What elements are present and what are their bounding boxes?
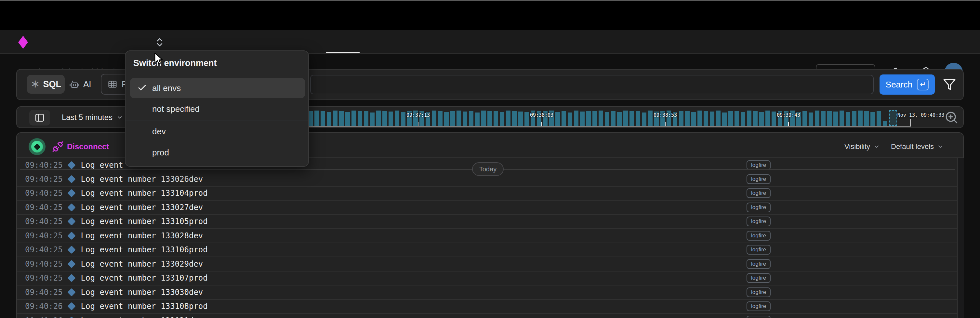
histogram-bar bbox=[457, 111, 461, 126]
active-tab-underline bbox=[326, 52, 360, 53]
histogram-bar bbox=[444, 112, 449, 126]
log-message: Log event number 133108prod bbox=[81, 302, 208, 311]
histogram-bar bbox=[568, 113, 572, 126]
log-timestamp: 09:40:25 bbox=[25, 217, 63, 226]
time-tick-label: 09:38:53 bbox=[639, 112, 691, 118]
time-range-selector[interactable]: Last 5 minutes bbox=[62, 107, 123, 127]
histogram-bar bbox=[481, 111, 486, 126]
scope-badge: logfire bbox=[746, 188, 771, 198]
log-level-diamond-icon bbox=[67, 245, 75, 254]
histogram-bar bbox=[376, 111, 381, 126]
log-timestamp: 09:40:25 bbox=[25, 245, 63, 254]
sidebar-toggle-button[interactable] bbox=[29, 110, 50, 126]
env-option-all-envs[interactable]: all envs bbox=[130, 78, 305, 98]
ai-label: AI bbox=[83, 80, 91, 89]
log-row[interactable]: 09:40:25Log event number 133105prodlogfi… bbox=[17, 215, 957, 229]
logfire-logo-icon bbox=[18, 36, 28, 49]
search-label: Search bbox=[886, 80, 912, 90]
histogram-bar bbox=[314, 111, 319, 126]
log-level-diamond-icon bbox=[67, 288, 75, 296]
env-option-dev[interactable]: dev bbox=[130, 121, 305, 142]
histogram-bar bbox=[382, 111, 387, 126]
sql-mode-button[interactable]: ∗ SQL bbox=[27, 75, 65, 94]
histogram-bar bbox=[858, 111, 862, 126]
histogram-bar bbox=[308, 111, 313, 126]
log-timestamp: 09:40:25 bbox=[25, 273, 63, 283]
log-row[interactable]: 09:40:26Log event number 133108prodlogfi… bbox=[17, 299, 957, 314]
enter-key-icon: ↵ bbox=[917, 79, 929, 91]
time-tick-label: 09:37:13 bbox=[392, 112, 444, 118]
log-message: Log event number 133027dev bbox=[81, 203, 203, 212]
histogram-bar bbox=[358, 111, 362, 126]
log-row[interactable]: 09:40:25Log event number 133029devlogfir… bbox=[17, 257, 957, 272]
log-message: Log event bbox=[81, 161, 123, 170]
log-level-diamond-icon bbox=[67, 274, 75, 282]
env-option-prod[interactable]: prod bbox=[130, 142, 305, 162]
log-level-diamond-icon bbox=[67, 175, 75, 183]
search-query-input[interactable] bbox=[310, 75, 874, 94]
log-row[interactable]: 09:40:25Log event number 133104prodlogfi… bbox=[17, 186, 957, 200]
log-scrollbar[interactable] bbox=[957, 158, 964, 318]
ai-mode-button[interactable]: AI bbox=[69, 75, 91, 94]
log-timestamp: 09:40:25 bbox=[25, 231, 63, 240]
panel-left-icon bbox=[35, 113, 45, 123]
logfire-app: e-hosseini / hhh / all envs Live Dashboa… bbox=[0, 0, 980, 318]
histogram-bar bbox=[580, 111, 585, 126]
log-timestamp: 09:40:25 bbox=[25, 288, 63, 297]
log-message: Log event number 133028dev bbox=[81, 231, 203, 240]
log-level-diamond-icon bbox=[67, 302, 75, 310]
time-tick-label: 09:39:43 bbox=[762, 112, 815, 118]
scope-badge: logfire bbox=[746, 245, 771, 254]
log-timestamp: 09:40:26 bbox=[25, 316, 63, 318]
log-row[interactable]: 09:40:25Log event number 133107prodlogfi… bbox=[17, 271, 957, 286]
log-row[interactable]: 09:40:25Log event number 133030devlogfir… bbox=[17, 286, 957, 300]
log-row[interactable]: 09:40:25Log event number 133027devlogfir… bbox=[17, 200, 957, 215]
zoom-in-icon[interactable] bbox=[944, 110, 959, 124]
mouse-cursor bbox=[152, 52, 165, 66]
histogram-bar bbox=[611, 111, 616, 126]
dropdown-title: Switch environment bbox=[133, 58, 217, 68]
filter-funnel-icon[interactable] bbox=[943, 78, 956, 91]
log-message: Log event number 133029dev bbox=[81, 259, 203, 269]
histogram-bar bbox=[586, 111, 591, 126]
histogram-bar bbox=[463, 111, 467, 126]
histogram-bar bbox=[753, 111, 757, 126]
log-row[interactable]: 09:40:26Log event number 133031devlogfir… bbox=[17, 314, 957, 318]
log-timestamp: 09:40:25 bbox=[25, 175, 63, 184]
histogram-bar bbox=[321, 111, 325, 126]
time-tick bbox=[541, 122, 542, 126]
log-row[interactable]: 09:40:25Log event number 133106prodlogfi… bbox=[17, 243, 957, 257]
chevron-down-icon bbox=[116, 114, 123, 121]
log-level-diamond-icon bbox=[67, 161, 75, 169]
scope-badge: logfire bbox=[746, 216, 771, 226]
search-button[interactable]: Search ↵ bbox=[880, 75, 935, 95]
log-message: Log event number 133031dev bbox=[81, 316, 203, 318]
histogram-bar bbox=[623, 111, 628, 126]
updown-chevron-icon[interactable] bbox=[156, 37, 163, 47]
env-option-label: all envs bbox=[152, 83, 181, 93]
env-option-label: not specified bbox=[152, 104, 200, 114]
log-timestamp: 09:40:25 bbox=[25, 259, 63, 269]
histogram-bar bbox=[840, 111, 844, 126]
log-message: Log event number 133104prod bbox=[81, 189, 208, 198]
scope-badge: logfire bbox=[746, 203, 771, 212]
histogram-bar bbox=[352, 111, 356, 126]
log-level-diamond-icon bbox=[67, 203, 75, 211]
log-timestamp: 09:40:25 bbox=[25, 203, 63, 212]
log-row[interactable]: 09:40:25Log event number 133028devlogfir… bbox=[17, 229, 957, 243]
time-tick bbox=[788, 122, 789, 126]
log-timestamp: 09:40:26 bbox=[25, 302, 63, 311]
time-tick bbox=[665, 122, 666, 126]
log-level-diamond-icon bbox=[67, 260, 75, 268]
histogram-bar bbox=[574, 111, 578, 126]
histogram-bar bbox=[716, 111, 721, 126]
histogram-bar bbox=[704, 111, 708, 126]
histogram-bar bbox=[617, 112, 622, 126]
histogram-bar bbox=[747, 111, 751, 126]
histogram-bar bbox=[697, 111, 702, 126]
log-level-diamond-icon bbox=[67, 189, 75, 197]
time-tick bbox=[418, 122, 418, 126]
env-option-not-specified[interactable]: not specified bbox=[130, 99, 305, 119]
top-black-bar bbox=[0, 1, 980, 30]
histogram-bar bbox=[327, 112, 331, 126]
